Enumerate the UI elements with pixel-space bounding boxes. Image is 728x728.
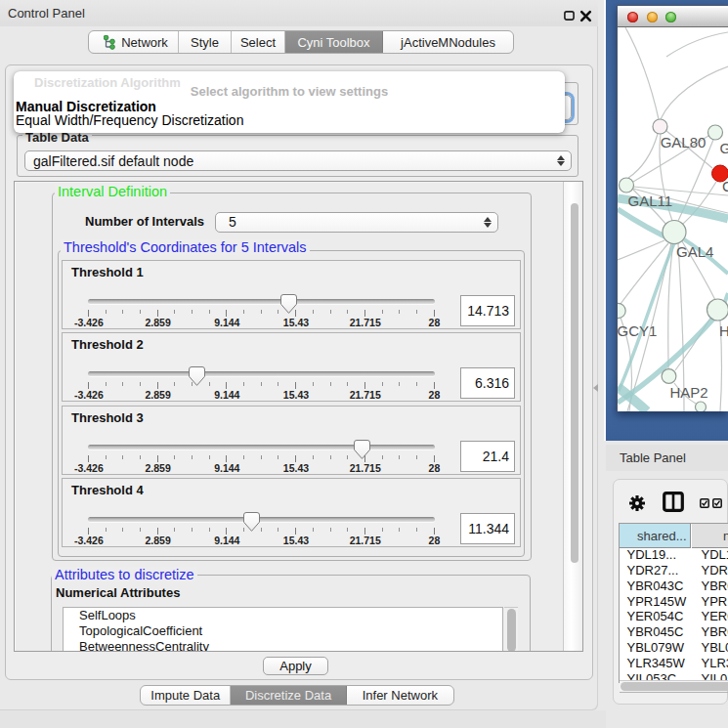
svg-text:GA: GA bbox=[720, 140, 728, 156]
svg-text:GAL4: GAL4 bbox=[676, 243, 713, 260]
svg-text:HAP2: HAP2 bbox=[670, 384, 708, 401]
svg-text:C: C bbox=[722, 178, 728, 194]
svg-text:GCY1: GCY1 bbox=[618, 322, 657, 339]
svg-text:GAL80: GAL80 bbox=[661, 134, 707, 150]
svg-text:GAL11: GAL11 bbox=[628, 193, 673, 209]
svg-text:H: H bbox=[719, 322, 728, 339]
